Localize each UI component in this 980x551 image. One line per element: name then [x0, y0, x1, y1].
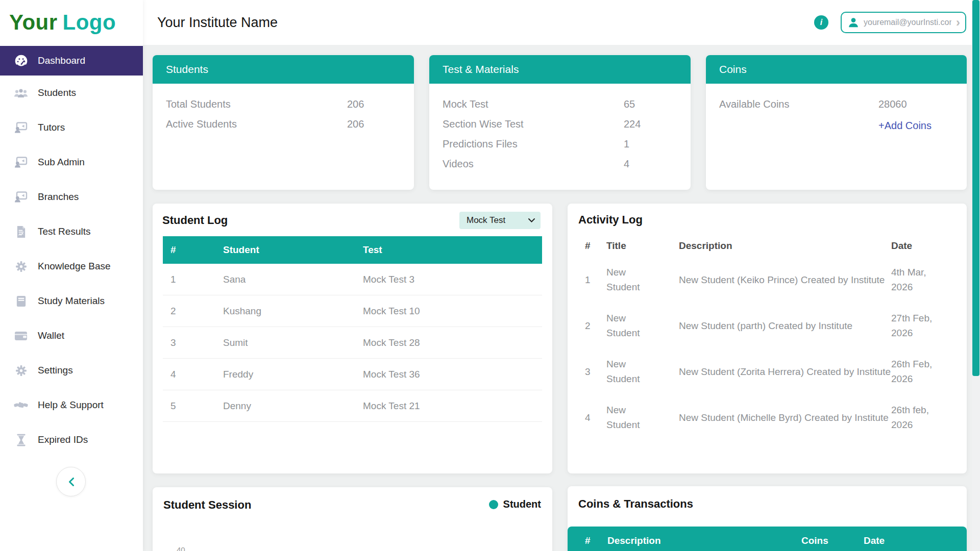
user-icon — [848, 17, 859, 28]
stat-value: 28060 — [878, 94, 953, 114]
test-materials-card-body: Mock Test 65 Section Wise Test 224 Predi… — [429, 84, 691, 174]
table-row: 4 New Student New Student (Michelle Byrd… — [585, 394, 954, 440]
cell-student: Sumit — [223, 337, 363, 348]
stat-row: Predictions Files 1 — [443, 134, 677, 154]
cell-date: 4th Mar, 2026 — [891, 265, 954, 294]
sidebar-item-students[interactable]: Students — [0, 76, 143, 110]
student-session-card: Student Session Student 40 — [153, 487, 552, 551]
coins-transactions-title: Coins & Transactions — [578, 497, 693, 511]
cell-student: Denny — [223, 400, 363, 412]
tutor-icon — [13, 121, 29, 134]
cell-index: 3 — [170, 337, 223, 348]
activity-log-card: Activity Log # Title Description Date 1 … — [568, 204, 967, 473]
activity-log-title: Activity Log — [578, 213, 643, 227]
stat-row: +Add Coins — [719, 114, 953, 137]
cell-title: New Student — [606, 403, 679, 432]
sidebar-collapse-button[interactable] — [56, 467, 86, 496]
stat-row: Active Students 206 — [166, 114, 401, 134]
cell-index: 1 — [170, 274, 223, 285]
students-card: Students Total Students 206 Active Stude… — [153, 55, 414, 190]
column-header: Student — [223, 244, 363, 256]
stat-label: Available Coins — [719, 94, 878, 114]
test-type-select[interactable]: Mock Test — [459, 212, 541, 229]
student-session-title: Student Session — [163, 498, 251, 512]
table-row: 1 New Student New Student (Keiko Prince)… — [585, 257, 954, 303]
stat-label: Predictions Files — [443, 134, 624, 154]
coins-transactions-table-header: # Description Coins Date — [568, 527, 967, 551]
page-scrollbar-track[interactable] — [972, 0, 980, 551]
stat-value: 206 — [347, 114, 401, 134]
sidebar-item-dashboard[interactable]: Dashboard — [0, 46, 143, 76]
sidebar-item-test-results[interactable]: Test Results — [0, 214, 143, 249]
sidebar-item-label: Wallet — [38, 330, 64, 341]
cell-description: New Student (Zorita Herrera) Created by … — [679, 364, 891, 379]
column-header: Date — [864, 535, 967, 551]
column-header: # — [585, 240, 606, 252]
legend-label: Student — [503, 498, 541, 510]
test-results-icon — [13, 226, 29, 238]
institute-name: Your Institute Name — [157, 15, 278, 31]
chart-legend: Student — [489, 498, 541, 510]
cell-student: Sana — [223, 274, 363, 285]
chevron-right-icon: › — [956, 16, 960, 29]
sidebar-item-settings[interactable]: Settings — [0, 353, 143, 388]
stat-label-empty — [719, 114, 878, 137]
page-scrollbar-thumb[interactable] — [972, 0, 979, 376]
stat-value: 224 — [624, 114, 677, 134]
sidebar-item-study-materials[interactable]: Study Materials — [0, 284, 143, 318]
students-card-header: Students — [153, 55, 414, 84]
sidebar-item-tutors[interactable]: Tutors — [0, 110, 143, 145]
chevron-down-icon — [528, 218, 535, 222]
add-coins-link[interactable]: +Add Coins — [878, 114, 953, 137]
cell-student: Kushang — [223, 306, 363, 317]
user-email: youremail@yourInsti.com — [864, 18, 951, 27]
sidebar-item-label: Expired IDs — [38, 434, 88, 445]
sidebar-item-label: Dashboard — [38, 55, 85, 66]
sidebar-nav: Dashboard Students Tutors Sub Admin Bran — [0, 46, 143, 457]
sidebar-item-knowledge-base[interactable]: Knowledge Base — [0, 249, 143, 284]
cell-index: 1 — [585, 272, 606, 287]
column-header: # — [585, 535, 607, 551]
cell-test: Mock Test 28 — [363, 337, 542, 348]
info-icon[interactable]: i — [814, 15, 828, 30]
table-row: 3 New Student New Student (Zorita Herrer… — [585, 348, 954, 394]
stat-row: Section Wise Test 224 — [443, 114, 677, 134]
expired-ids-icon — [13, 434, 29, 446]
students-card-body: Total Students 206 Active Students 206 — [153, 84, 414, 134]
coins-card: Coins Available Coins 28060 +Add Coins — [706, 55, 967, 190]
cell-index: 2 — [170, 306, 223, 317]
student-log-table-header: # Student Test — [163, 236, 542, 264]
stat-label: Active Students — [166, 114, 347, 134]
sidebar-item-label: Help & Support — [38, 399, 104, 411]
sidebar-item-label: Sub Admin — [38, 157, 85, 168]
sidebar-item-sub-admin[interactable]: Sub Admin — [0, 145, 143, 180]
column-header: Description — [607, 535, 801, 551]
sidebar-item-label: Students — [38, 87, 76, 98]
stat-value: 206 — [347, 94, 401, 114]
branches-icon — [13, 191, 29, 203]
knowledge-base-icon — [13, 260, 29, 273]
column-header: Description — [679, 240, 891, 252]
cell-index: 5 — [170, 400, 223, 412]
sidebar-item-wallet[interactable]: Wallet — [0, 318, 143, 353]
sidebar-item-expired-ids[interactable]: Expired IDs — [0, 422, 143, 457]
cell-test: Mock Test 21 — [363, 400, 542, 412]
cell-date: 26th Feb, 2026 — [891, 357, 954, 386]
sidebar-item-help-support[interactable]: Help & Support — [0, 388, 143, 422]
stat-value: 4 — [624, 154, 677, 174]
sidebar: YourLogo Dashboard Students Tutors Sub — [0, 0, 143, 551]
cell-description: New Student (Michelle Byrd) Created by I… — [679, 410, 891, 425]
column-header: # — [170, 244, 223, 256]
cell-index: 2 — [585, 318, 606, 333]
sidebar-item-branches[interactable]: Branches — [0, 180, 143, 214]
table-row: 4 Freddy Mock Test 36 — [163, 359, 542, 390]
stat-label: Section Wise Test — [443, 114, 624, 134]
cell-description: New Student (parth) Created by Institute — [679, 318, 891, 333]
sidebar-item-label: Branches — [38, 191, 79, 203]
help-support-icon — [13, 400, 29, 410]
user-account-button[interactable]: youremail@yourInsti.com › — [841, 12, 966, 33]
table-row: 5 Denny Mock Test 21 — [163, 390, 542, 422]
cell-index: 4 — [170, 369, 223, 380]
student-log-card: Student Log Mock Test # Student Test 1 S… — [153, 204, 552, 473]
column-header: Coins — [801, 535, 864, 551]
